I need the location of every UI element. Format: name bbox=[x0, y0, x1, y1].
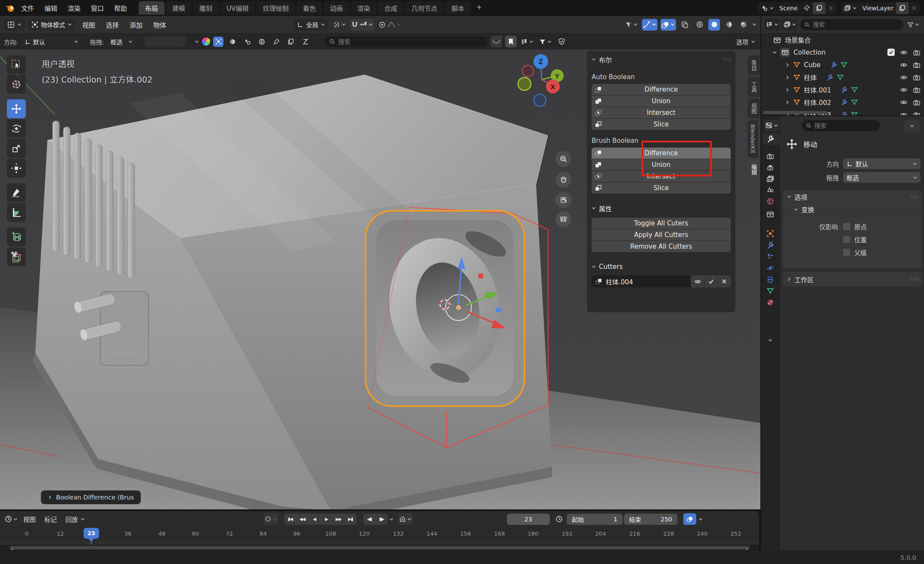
prev-frame-button[interactable]: ◀▮ bbox=[363, 514, 375, 525]
tab-texture-paint[interactable]: 纹理绘制 bbox=[256, 1, 295, 15]
ptab-scene[interactable] bbox=[763, 184, 780, 196]
proportional-editing-group[interactable] bbox=[377, 19, 403, 31]
scene-browse-icon[interactable] bbox=[758, 2, 777, 14]
outliner-scrollbar[interactable] bbox=[763, 111, 828, 114]
axis-ball-neg-x[interactable] bbox=[522, 65, 533, 77]
stylize-z-icon[interactable] bbox=[300, 36, 311, 47]
apply-all-cutters-button[interactable]: Apply All Cutters bbox=[592, 229, 731, 240]
menu-window[interactable]: 窗口 bbox=[86, 2, 109, 14]
ortho-toggle-button[interactable] bbox=[555, 211, 571, 227]
auto-keying-toggle[interactable] bbox=[398, 513, 413, 525]
sync-range-chevron[interactable] bbox=[698, 518, 703, 521]
brush-tool-icon[interactable] bbox=[270, 36, 282, 47]
auto-difference-button[interactable]: Difference bbox=[592, 84, 731, 95]
sync-range-toggle[interactable] bbox=[683, 513, 696, 525]
jump-to-start-button[interactable]: ▮◀ bbox=[284, 514, 296, 525]
filter-dropdown[interactable] bbox=[538, 36, 553, 47]
camera-view-button[interactable] bbox=[555, 192, 571, 208]
zoom-view-button[interactable] bbox=[555, 151, 571, 167]
frame-step-chevron[interactable] bbox=[389, 518, 394, 521]
ptab-object[interactable] bbox=[763, 228, 780, 240]
xray-toggle[interactable] bbox=[679, 19, 691, 31]
show-overlays-toggle[interactable] bbox=[660, 19, 676, 31]
tab-scripting[interactable]: 脚本 bbox=[445, 1, 471, 15]
sidebar-tab-blenderkit[interactable]: BlenderKit bbox=[747, 120, 758, 158]
blender-logo-icon[interactable] bbox=[4, 3, 16, 14]
next-frame-button[interactable]: ▮▶ bbox=[375, 514, 388, 525]
render-camera-icon[interactable] bbox=[913, 86, 921, 94]
timeline-scroll-handle[interactable] bbox=[9, 546, 750, 549]
outliner-filter-dropdown[interactable] bbox=[906, 19, 921, 31]
collection-checkbox[interactable] bbox=[887, 49, 895, 56]
boxcutter-tool[interactable] bbox=[7, 247, 26, 266]
timeline-menu-view[interactable]: 视图 bbox=[19, 513, 40, 525]
shading-options-chevron[interactable] bbox=[752, 23, 757, 26]
sidebar-tab-edit[interactable]: 编辑 bbox=[747, 160, 760, 179]
menu-edit[interactable]: 编辑 bbox=[40, 2, 62, 14]
timeline-ruler[interactable]: 0 12 36 48 60 72 84 96 108 120 132 144 1… bbox=[0, 527, 759, 541]
menu-select[interactable]: 选择 bbox=[102, 19, 123, 31]
sculpt-mode-icon[interactable] bbox=[226, 36, 238, 47]
outliner-row-object[interactable]: 柱体.001 bbox=[761, 83, 924, 96]
outliner-display-mode-dropdown[interactable] bbox=[782, 19, 797, 31]
shading-rendered-button[interactable] bbox=[738, 19, 749, 31]
texture-mode-icon[interactable] bbox=[256, 36, 267, 47]
3d-viewport[interactable]: 用户透视 (23) Collection | 立方体.002 Z Y X bbox=[0, 49, 760, 509]
timeline-track[interactable] bbox=[0, 541, 759, 545]
outliner-editor-dropdown[interactable] bbox=[765, 19, 780, 31]
ptab-tool[interactable] bbox=[763, 133, 780, 145]
show-gizmo-toggle[interactable] bbox=[642, 19, 657, 31]
outliner-search[interactable] bbox=[800, 19, 903, 30]
panel-grip-icon[interactable] bbox=[910, 277, 918, 281]
falloff-curve-icon[interactable] bbox=[490, 36, 502, 47]
gizmo-plane-z[interactable] bbox=[496, 307, 501, 313]
timeline-menu-playback[interactable]: 回放 bbox=[61, 513, 89, 525]
ptab-render[interactable] bbox=[763, 150, 780, 162]
gizmo-plane-y[interactable] bbox=[484, 293, 490, 298]
panel-collapse-chevron[interactable] bbox=[592, 58, 596, 61]
panel-grip-icon[interactable] bbox=[910, 194, 918, 199]
workspace-collapse-chevron[interactable] bbox=[788, 277, 791, 281]
expand-chevron[interactable] bbox=[786, 63, 789, 67]
tab-layout[interactable]: 布局 bbox=[139, 1, 164, 15]
duplicate-pages-icon[interactable] bbox=[285, 36, 297, 47]
playhead[interactable]: 23 bbox=[84, 528, 99, 539]
tab-modeling[interactable]: 建模 bbox=[166, 1, 192, 15]
snap-toggle-group[interactable] bbox=[350, 19, 374, 31]
tab-compositing[interactable]: 合成 bbox=[378, 1, 403, 15]
mode-icons-chevron[interactable] bbox=[195, 40, 199, 43]
hide-eye-icon[interactable] bbox=[900, 74, 908, 81]
add-primitive-tool[interactable] bbox=[7, 228, 26, 247]
ptab-collection[interactable] bbox=[763, 208, 780, 220]
object-filter-dropdown[interactable]: 0 bbox=[624, 19, 639, 31]
menu-object[interactable]: 物体 bbox=[149, 19, 170, 31]
outliner-row-object[interactable]: 柱体 bbox=[761, 71, 924, 83]
tab-rendering[interactable]: 渲染 bbox=[350, 1, 376, 15]
rotate-tool[interactable] bbox=[7, 119, 26, 138]
jump-to-end-button[interactable]: ▶▮ bbox=[344, 514, 357, 525]
viewlayer-browse-icon[interactable] bbox=[841, 2, 860, 14]
prev-keyframe-button[interactable]: ◀◀ bbox=[296, 514, 308, 525]
asset-shelf-tab[interactable] bbox=[144, 36, 186, 47]
collection-expand-chevron[interactable] bbox=[772, 51, 777, 54]
pan-view-button[interactable] bbox=[555, 172, 571, 188]
tab-uv-editing[interactable]: UV编辑 bbox=[220, 1, 255, 15]
cutter-apply-button[interactable] bbox=[704, 275, 717, 287]
scale-tool[interactable] bbox=[7, 139, 26, 158]
menu-add[interactable]: 添加 bbox=[126, 19, 146, 31]
viewlayer-name[interactable]: ViewLayer bbox=[860, 5, 896, 12]
render-camera-icon[interactable] bbox=[913, 111, 921, 116]
select-box-tool[interactable] bbox=[7, 55, 26, 74]
viewport-search[interactable] bbox=[325, 36, 487, 47]
color-wheel-icon[interactable] bbox=[202, 37, 210, 46]
annotate-tool[interactable] bbox=[7, 183, 26, 202]
menu-file[interactable]: 文件 bbox=[16, 2, 39, 14]
transform-orientation-dropdown[interactable]: 全局 bbox=[294, 19, 329, 31]
cutters-collapse-chevron[interactable] bbox=[592, 265, 596, 268]
hide-eye-icon[interactable] bbox=[900, 86, 908, 94]
sidebar-tab-view[interactable]: 视图 bbox=[747, 99, 760, 118]
outliner-search-input[interactable] bbox=[813, 21, 899, 28]
mode-dropdown[interactable]: 物体模式 bbox=[28, 19, 75, 31]
shield-check-icon[interactable] bbox=[556, 36, 567, 47]
frame-end-field[interactable]: 结束 250 bbox=[624, 514, 677, 525]
